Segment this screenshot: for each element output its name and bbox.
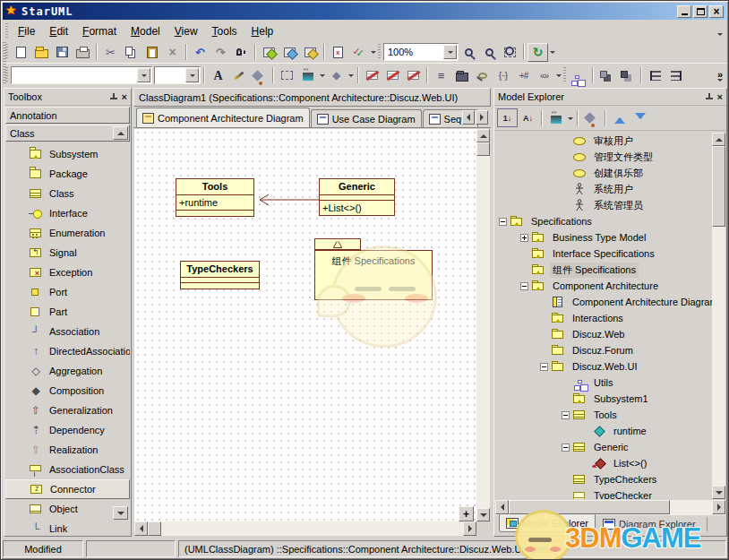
tab-use-case-diagram[interactable]: Use Case Diagram bbox=[311, 109, 422, 127]
owner-scope-button[interactable] bbox=[451, 66, 472, 85]
menu-view[interactable]: View bbox=[167, 22, 205, 40]
zoom-combo[interactable]: 100% bbox=[383, 43, 459, 61]
collapse-gizmo[interactable] bbox=[540, 363, 548, 371]
collapse-gizmo[interactable] bbox=[520, 282, 528, 290]
uml-class-generic[interactable]: Generic +List<>() bbox=[319, 178, 395, 216]
font-size-combo[interactable] bbox=[154, 66, 201, 84]
toolbox-item-association[interactable]: ┘Association bbox=[5, 322, 130, 341]
scroll-down-button[interactable] bbox=[476, 508, 490, 521]
font-size-dropdown[interactable] bbox=[185, 68, 199, 82]
font-name-combo[interactable] bbox=[11, 66, 152, 84]
zoom-combo-dropdown[interactable] bbox=[443, 45, 457, 59]
tree-item[interactable]: runtime bbox=[495, 423, 712, 439]
tree-item[interactable]: Component Architecture Diagram bbox=[495, 294, 712, 310]
guillemet-visibility-button[interactable]: «» bbox=[534, 66, 554, 85]
uml-class-tools[interactable]: Tools +runtime bbox=[176, 178, 254, 217]
shape-style-dropdown[interactable] bbox=[347, 66, 355, 85]
refresh-button[interactable]: ↻ bbox=[527, 43, 548, 62]
toolbox-section-class[interactable]: Class bbox=[5, 125, 130, 142]
save-button[interactable] bbox=[52, 43, 73, 62]
pin-icon[interactable] bbox=[109, 93, 117, 101]
collapse-gizmo[interactable] bbox=[562, 444, 570, 452]
shape-style-button[interactable]: ◆ bbox=[326, 66, 347, 85]
zoom-out-button[interactable] bbox=[479, 43, 500, 62]
pan-button[interactable]: + bbox=[459, 506, 474, 521]
constraint-visibility-button[interactable]: {··} bbox=[493, 66, 513, 85]
stereotype-dropdown[interactable] bbox=[318, 66, 326, 85]
tab-scroll-left-button[interactable] bbox=[462, 110, 475, 125]
toolbox-item-composition[interactable]: ◆Composition bbox=[5, 381, 130, 401]
diagram-style-button[interactable] bbox=[581, 108, 602, 127]
layout-diagram-button[interactable] bbox=[569, 66, 589, 85]
fill-color-button[interactable] bbox=[249, 66, 270, 85]
move-down-button[interactable] bbox=[630, 108, 650, 127]
line-color-button[interactable] bbox=[228, 66, 249, 85]
menu-format[interactable]: Format bbox=[75, 22, 124, 40]
vertical-scroll-thumb[interactable] bbox=[476, 142, 490, 156]
expand-gizmo[interactable] bbox=[520, 234, 528, 242]
toolbox-scroll-down-button[interactable] bbox=[113, 506, 128, 520]
toolbox-item-directedassociation[interactable]: ↑DirectedAssociation bbox=[5, 341, 130, 361]
send-to-back-button[interactable] bbox=[617, 66, 638, 85]
select-area-button[interactable] bbox=[277, 66, 297, 85]
toolbox-item-object[interactable]: Object bbox=[5, 499, 130, 519]
menubar-overflow-button[interactable] bbox=[717, 26, 723, 37]
toolbox-item-signal[interactable]: Signal bbox=[5, 243, 130, 263]
refresh-dropdown[interactable] bbox=[548, 43, 556, 62]
toolbox-header[interactable]: Toolbox × bbox=[4, 89, 131, 106]
menu-file[interactable]: File bbox=[11, 22, 42, 40]
tree-item[interactable]: Business Type Model bbox=[495, 229, 712, 246]
menu-tools[interactable]: Tools bbox=[205, 22, 244, 40]
add-model-button[interactable] bbox=[259, 43, 279, 62]
toolbox-item-realization[interactable]: ⇧Realization bbox=[5, 440, 130, 460]
tree-item[interactable]: Specifications bbox=[495, 213, 712, 229]
tree-item[interactable]: Tools bbox=[495, 407, 712, 423]
tab-model-explorer[interactable]: Model Explorer bbox=[499, 514, 596, 532]
canvas-vertical-scrollbar[interactable] bbox=[476, 129, 490, 521]
canvas-horizontal-scrollbar[interactable] bbox=[134, 521, 476, 536]
uml-class-typecheckers[interactable]: TypeCheckers bbox=[180, 261, 260, 289]
open-button[interactable] bbox=[31, 43, 52, 62]
toolbox-item-connector[interactable]: Connector bbox=[5, 479, 130, 499]
move-up-button[interactable] bbox=[609, 108, 630, 127]
toolbox-item-exception[interactable]: Exception bbox=[5, 263, 130, 282]
close-button[interactable]: × bbox=[709, 5, 724, 18]
stereotype-display-dropdown[interactable] bbox=[566, 108, 574, 127]
paste-button[interactable] bbox=[142, 43, 162, 62]
toolbox-item-subsystem[interactable]: Subsystem bbox=[5, 144, 130, 164]
tree-horizontal-scrollbar[interactable] bbox=[495, 500, 725, 514]
scroll-right-button[interactable] bbox=[463, 521, 476, 536]
cut-button[interactable]: ✂ bbox=[100, 43, 121, 62]
toolbox-item-part[interactable]: Part bbox=[5, 302, 130, 322]
scroll-down-button[interactable] bbox=[712, 486, 725, 499]
uml-package-specifications[interactable]: 组件 Specifications bbox=[314, 250, 433, 300]
visibility-dropdown[interactable] bbox=[554, 66, 562, 85]
undo-button[interactable]: ↶ bbox=[190, 43, 210, 62]
tree-item[interactable]: TypeCheckers bbox=[495, 471, 712, 487]
layout-toolbar-grip[interactable] bbox=[563, 67, 566, 83]
toolbox-item-port[interactable]: Port bbox=[5, 282, 130, 302]
redo-button[interactable]: ↷ bbox=[210, 43, 231, 62]
toolbox-item-class[interactable]: Class bbox=[5, 184, 130, 203]
delete-button[interactable]: × bbox=[162, 43, 183, 62]
verify-model-button[interactable] bbox=[348, 43, 369, 62]
print-button[interactable] bbox=[73, 43, 93, 62]
menu-model[interactable]: Model bbox=[124, 22, 167, 40]
zoom-in-button[interactable] bbox=[459, 43, 479, 62]
toolbox-section-annotation[interactable]: Annotation bbox=[5, 107, 130, 124]
tree-item[interactable]: 系统管理员 bbox=[495, 197, 712, 213]
tree-item[interactable]: 创建俱乐部 bbox=[495, 165, 712, 181]
copy-button[interactable] bbox=[121, 43, 142, 62]
pin-icon[interactable] bbox=[705, 93, 713, 101]
scroll-left-button[interactable] bbox=[134, 521, 148, 536]
tree-item[interactable]: Component Architecture bbox=[495, 278, 712, 294]
align-right-button[interactable] bbox=[665, 66, 686, 85]
toolbox-item-interface[interactable]: Interface bbox=[5, 203, 130, 223]
toolbar-overflow-button[interactable]: » bbox=[717, 70, 723, 81]
toolbox-scroll-up-button[interactable] bbox=[113, 126, 128, 140]
scroll-up-button[interactable] bbox=[712, 133, 725, 146]
association-arrow[interactable] bbox=[254, 192, 320, 208]
bring-to-front-button[interactable] bbox=[596, 66, 617, 85]
scroll-right-button[interactable] bbox=[712, 500, 725, 514]
model-explorer-header[interactable]: Model Explorer × bbox=[494, 89, 726, 106]
